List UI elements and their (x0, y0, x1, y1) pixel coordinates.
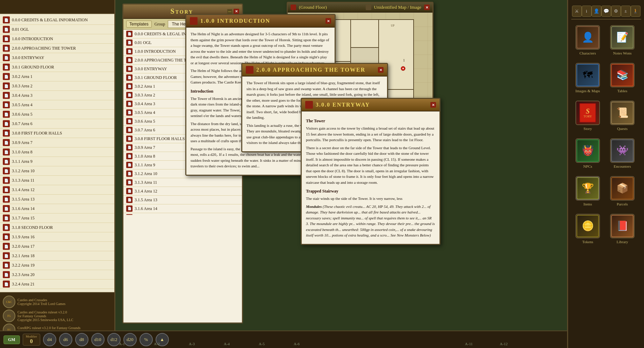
credits-text-2: Castles and Crusades ruleset v3.2.0 for … (17, 310, 73, 322)
story-list-item[interactable]: 📄3.1.7 Area 15 (123, 213, 242, 215)
intro-icon (190, 17, 198, 25)
parcels-icon: 📦 (611, 177, 634, 200)
sidebar-item-tables[interactable]: 📚 Tables (606, 61, 639, 94)
left-list-item[interactable]: 📄3.1.0 Area 8 (0, 147, 114, 157)
chat-btn[interactable]: 💬 (601, 6, 611, 17)
walk-btn[interactable]: 🚶 (631, 6, 641, 17)
left-list-item[interactable]: 📄3.1.6 Area 14 (0, 204, 114, 213)
entryway-close-btn[interactable]: ✕ (430, 102, 436, 108)
coord-a3: A-3 (189, 342, 195, 346)
left-list-item[interactable]: 📄0.01 OGL (0, 25, 114, 34)
sidebar-item-parcels[interactable]: 📦 Parcels (606, 174, 639, 208)
left-list-item[interactable]: 📄3.0.4 Area 3 (0, 91, 114, 100)
sidebar-item-story[interactable]: S TORY Story (571, 99, 604, 132)
left-list-item[interactable]: 📄3.0.3 Area 2 (0, 81, 114, 91)
expand-btn[interactable]: ± (621, 6, 631, 17)
entryway-para-1: Visitors gain access to the tower by cli… (306, 125, 435, 143)
left-list-item[interactable]: 📄3.1.1 Area 9 (0, 157, 114, 166)
story-item-icon: 📄 (126, 188, 133, 194)
left-list-item[interactable]: 📄3.1.8 SECOND FLOOR (0, 223, 114, 232)
story-close-btn[interactable]: ✕ (234, 9, 239, 14)
left-list-item[interactable]: 📄0.0.0 CREDITS & LEGAL INFORMATION (0, 15, 114, 25)
approaching-close-btn[interactable]: ✕ (378, 67, 384, 73)
d20-btn[interactable]: d20 (123, 333, 137, 346)
combat-btn[interactable]: ⚔ (572, 6, 582, 17)
left-item-icon: 📄 (3, 252, 10, 259)
intro-close-btn[interactable]: ✕ (325, 18, 331, 24)
left-item-icon: 📄 (3, 26, 10, 33)
left-item-label: 1.0.0 INTRODUCTION (12, 36, 53, 42)
sidebar-item-items[interactable]: 🏆 Items (571, 174, 604, 208)
svg-text:UP: UP (391, 24, 395, 27)
left-list-item[interactable]: 📄3.2.0 Area 17 (0, 242, 114, 251)
sidebar-item-images[interactable]: 🗺 Images & Maps (571, 61, 604, 94)
sidebar-row-2: 🗺 Images & Maps 📚 Tables (571, 61, 641, 94)
map-close-btn[interactable]: ✕ (424, 5, 430, 10)
info-btn[interactable]: i (582, 6, 592, 17)
sidebar-item-npcs[interactable]: 👹 NPCs (571, 137, 604, 170)
profile-btn[interactable]: 👤 (592, 6, 601, 17)
coord-a1: A-1 (119, 342, 125, 346)
left-list-item[interactable]: 📄3.0.6 Area 5 (0, 110, 114, 119)
left-list-item[interactable]: 📄3.0.0 ENTRYWAY (0, 53, 114, 63)
left-item-label: 3.2.2 Area 19 (12, 263, 35, 268)
left-item-label: 3.1.8 SECOND FLOOR (12, 225, 53, 230)
tables-label: Tables (617, 89, 628, 93)
tokens-icon-box: 🪙 (575, 214, 600, 238)
left-list-item[interactable]: 📄3.0.1 GROUND FLOOR (0, 63, 114, 72)
left-list-item[interactable]: 📄3.2.3 Area 20 (0, 270, 114, 280)
credits-text-1: Castles and Crusades Copyright 2014 Trol… (17, 298, 65, 306)
left-list-item[interactable]: 📄3.1.3 Area 11 (0, 176, 114, 185)
left-list-item[interactable]: 📄2.0.0 APPROACHING THE TOWER (0, 44, 114, 53)
story-list-item[interactable]: 📄3.1.5 Area 13 (123, 196, 242, 204)
left-list-item[interactable]: 📄3.2.4 Area 21 (0, 280, 114, 289)
story-item-label: 3.0.4 Area 3 (135, 101, 155, 107)
left-item-icon: 📄 (3, 271, 10, 278)
story-item-icon: 📄 (126, 171, 133, 177)
d100-btn[interactable]: % (139, 333, 153, 346)
settings-btn[interactable]: ⚙ (611, 6, 621, 17)
left-list-item[interactable]: 📄3.2.2 Area 19 (0, 261, 114, 270)
left-list-item[interactable]: 📄3.0.2 Area 1 (0, 72, 114, 81)
left-item-label: 3.1.0 Area 8 (12, 150, 33, 155)
left-list-item[interactable]: 📄3.0.9 Area 7 (0, 138, 114, 147)
left-list-item[interactable]: 📄3.2.1 Area 18 (0, 251, 114, 261)
d6-btn[interactable]: d6 (59, 333, 72, 346)
story-list-item[interactable]: 📄3.1.3 Area 11 (123, 178, 242, 187)
d12-btn[interactable]: d12 (107, 333, 121, 346)
left-list-item[interactable]: 📄3.0.8 FIRST FLOOR HALLS (0, 129, 114, 138)
left-panel-content: 📄0.0.0 CREDITS & LEGAL INFORMATION📄0.01 … (0, 14, 114, 292)
sidebar-item-library[interactable]: 📕 Library (606, 212, 639, 245)
left-item-label: 3.2.3 Area 20 (12, 272, 35, 277)
d8-btn[interactable]: d8 (75, 333, 88, 346)
templates-button[interactable]: Templates (126, 21, 152, 28)
left-list-item[interactable]: 📄3.1.7 Area 15 (0, 213, 114, 223)
story-panel-controls: — ✕ (227, 9, 239, 14)
coord-a5: A-5 (259, 342, 265, 346)
story-list-item[interactable]: 📄3.1.6 Area 14 (123, 204, 242, 213)
left-list-item[interactable]: 📄3.1.4 Area 12 (0, 185, 114, 195)
left-list-item[interactable]: 📄3.1.5 Area 13 (0, 195, 114, 204)
sidebar-item-notes[interactable]: 📝 Notes Wons (606, 23, 639, 57)
left-list-item[interactable]: 📄3.1.9 Area 16 (0, 232, 114, 242)
story-min-btn[interactable]: — (227, 9, 232, 14)
left-list-item[interactable]: 📄3.1.2 Area 10 (0, 166, 114, 176)
right-sidebar: ⚔ i 👤 💬 ⚙ ± 🚶 👤 Characters 📝 Notes Wons … (567, 0, 644, 348)
modifier-box: Modifier 0 (23, 334, 40, 346)
sidebar-item-quests[interactable]: 📜 Quests (606, 99, 639, 132)
library-icon: 📕 (611, 215, 634, 237)
sidebar-item-characters[interactable]: 👤 Characters (571, 23, 604, 57)
left-list-item[interactable]: 📄3.0.7 Area 6 (0, 119, 114, 129)
story-list-item[interactable]: 📄3.1.4 Area 12 (123, 187, 242, 196)
encounters-label: Encounters (614, 164, 631, 168)
sidebar-item-encounters[interactable]: 👾 Encounters (606, 137, 639, 170)
d10-btn[interactable]: d10 (91, 333, 105, 346)
intro-title: 1.0.0 INTRODUCTION (200, 18, 270, 24)
library-icon-box: 📕 (610, 214, 635, 238)
left-item-label: 3.0.7 Area 6 (12, 121, 33, 126)
sidebar-row-3: S TORY Story 📜 Quests (571, 99, 641, 132)
left-list-item[interactable]: 📄3.0.5 Area 4 (0, 100, 114, 110)
d4-btn[interactable]: d4 (43, 333, 56, 346)
sidebar-item-tokens[interactable]: 🪙 Tokens (571, 212, 604, 245)
left-list-item[interactable]: 📄1.0.0 INTRODUCTION (0, 34, 114, 44)
